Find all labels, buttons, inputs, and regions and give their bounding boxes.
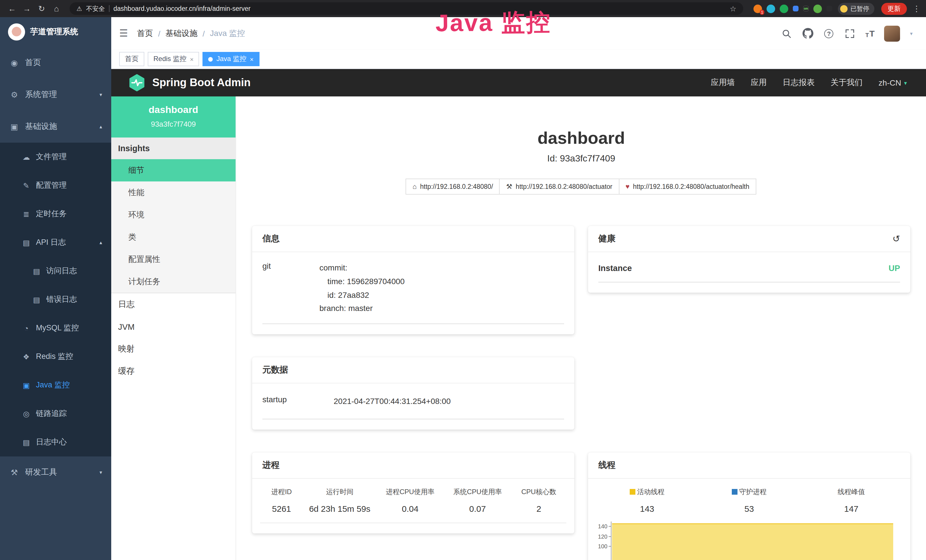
app-logo-header[interactable]: 芋道管理系统	[0, 17, 111, 47]
hamburger-icon[interactable]: ☰	[119, 27, 128, 39]
url-text[interactable]: dashboard.yudao.iocoder.cn/infra/admin-s…	[113, 5, 726, 12]
sidebar-item-api-logs[interactable]: ▤ API 日志 ▴	[0, 228, 111, 257]
history-icon[interactable]: ↺	[892, 233, 900, 244]
instance-header[interactable]: dashboard 93a3fc7f7409	[111, 97, 236, 138]
process-col-value: 0.04	[377, 504, 444, 513]
locale-label: zh-CN	[879, 78, 901, 87]
breadcrumb-home[interactable]: 首页	[137, 28, 153, 38]
browser-update-button[interactable]: 更新	[881, 3, 907, 15]
sidebar-item-label: 配置管理	[36, 180, 67, 191]
extension-icon-leaf[interactable]	[813, 4, 822, 13]
github-icon[interactable]	[802, 28, 813, 39]
instance-app-name: dashboard	[116, 104, 231, 116]
legend-value: 53	[698, 504, 800, 513]
sidebar-item-redis-monitor[interactable]: ❖ Redis 监控	[0, 342, 111, 371]
instance-nav-environment[interactable]: 环境	[111, 204, 236, 226]
sidebar-item-label: Java 监控	[36, 380, 70, 390]
home-icon[interactable]: ⌂	[50, 2, 63, 15]
tab-home[interactable]: 首页	[119, 52, 144, 66]
health-url-link[interactable]: ♥ http://192.168.0.2:48080/actuator/heal…	[619, 179, 756, 195]
chevron-up-icon: ▴	[100, 240, 102, 245]
info-git-row: git commit: time: 1596289704000 id: 27aa…	[262, 252, 564, 324]
metadata-value: 2021-04-27T00:44:31.254+08:00	[334, 395, 564, 409]
instance-nav-mappings[interactable]: 映射	[111, 338, 236, 360]
help-icon[interactable]: ?	[823, 28, 834, 39]
close-icon[interactable]: ×	[250, 56, 254, 62]
sba-nav-journal[interactable]: 日志报表	[783, 77, 815, 88]
y-tick-label: 120	[598, 533, 607, 539]
instance-nav-scheduled-tasks[interactable]: 计划任务	[111, 271, 236, 293]
active-dot	[209, 57, 213, 61]
extension-icon-puzzle[interactable]	[826, 6, 832, 11]
sba-locale-select[interactable]: zh-CN ▾	[879, 78, 907, 87]
sidebar-item-java-monitor[interactable]: ▣ Java 监控	[0, 371, 111, 400]
sba-nav-applications[interactable]: 应用	[751, 77, 767, 88]
browser-menu-icon[interactable]: ⋮	[912, 4, 921, 13]
tab-redis-monitor[interactable]: Redis 监控 ×	[148, 52, 199, 66]
card-title: 线程	[588, 453, 910, 479]
sidebar-item-link-tracing[interactable]: ◎ 链路追踪	[0, 400, 111, 428]
profile-paused-badge[interactable]: 已暂停	[838, 3, 875, 15]
sidebar-item-log-center[interactable]: ▤ 日志中心	[0, 428, 111, 456]
git-commit-line: commit:	[319, 261, 564, 275]
font-size-icon[interactable]: TT	[865, 29, 875, 38]
fullscreen-icon[interactable]	[844, 28, 856, 39]
instance-nav-metrics[interactable]: 性能	[111, 182, 236, 204]
extension-icon-blue-grid[interactable]	[793, 6, 799, 11]
process-col-header: 系统CPU使用率	[444, 487, 511, 497]
sba-navbar: Spring Boot Admin 应用墙 应用 日志报表 关于我们 zh-CN…	[111, 69, 926, 97]
caret-down-icon[interactable]: ▾	[910, 30, 912, 36]
sidebar-item-infrastructure[interactable]: ▣ 基础设施 ▴	[0, 111, 111, 143]
extension-icon-drop[interactable]	[767, 4, 775, 13]
sidebar-item-label: API 日志	[36, 238, 66, 248]
legend-label: 活动线程	[637, 487, 664, 497]
health-instance-row[interactable]: Instance UP	[598, 252, 900, 282]
sba-nav-wallboard[interactable]: 应用墙	[711, 77, 735, 88]
threads-legend: 活动线程 143 守护进程 53 线程峰值 147	[596, 479, 902, 516]
breadcrumb-infrastructure[interactable]: 基础设施	[165, 28, 197, 38]
reload-icon[interactable]: ↻	[35, 2, 48, 15]
sba-nav-about[interactable]: 关于我们	[831, 77, 863, 88]
sidebar-item-config-management[interactable]: ✎ 配置管理	[0, 171, 111, 200]
link-url: http://192.168.0.2:48080/actuator/health	[633, 183, 749, 190]
sidebar-item-access-logs[interactable]: ▤ 访问日志	[0, 257, 111, 285]
git-time-line: time: 1596289704000	[319, 275, 564, 289]
instance-detail-content: dashboard Id: 93a3fc7f7409 ⌂ http://192.…	[236, 97, 926, 560]
instance-nav-config-props[interactable]: 配置属性	[111, 248, 236, 271]
link-url: http://192.168.0.2:48080/actuator	[516, 183, 612, 190]
actuator-url-link[interactable]: ⚒ http://192.168.0.2:48080/actuator	[499, 179, 619, 195]
sidebar-item-scheduled-tasks[interactable]: ≣ 定时任务	[0, 200, 111, 228]
bookmark-star-icon[interactable]: ☆	[730, 4, 736, 13]
sidebar-item-file-management[interactable]: ☁ 文件管理	[0, 143, 111, 171]
forward-icon[interactable]: →	[21, 2, 33, 15]
extension-icon-green-circle[interactable]	[780, 4, 788, 13]
service-url-link[interactable]: ⌂ http://192.168.0.2:48080/	[406, 179, 500, 195]
sba-brand-title[interactable]: Spring Boot Admin	[152, 76, 251, 89]
search-icon[interactable]	[781, 28, 792, 39]
instance-nav-jvm[interactable]: JVM	[111, 316, 236, 338]
chevron-down-icon: ▾	[904, 80, 907, 86]
instance-nav-caches[interactable]: 缓存	[111, 360, 236, 382]
extension-icon-orange[interactable]: 1	[754, 4, 762, 13]
extension-icon-vpn[interactable]: on	[803, 6, 809, 11]
sidebar-item-system-management[interactable]: ⚙ 系统管理 ▾	[0, 79, 111, 111]
tab-java-monitor[interactable]: Java 监控 ×	[203, 52, 259, 66]
sidebar-item-mysql-monitor[interactable]: ◔ MySQL 监控	[0, 314, 111, 342]
close-icon[interactable]: ×	[190, 56, 194, 62]
tab-label: Java 监控	[216, 54, 247, 64]
sidebar-item-dev-tools[interactable]: ⚒ 研发工具 ▾	[0, 456, 111, 488]
list-icon: ≣	[22, 210, 31, 218]
gauge-icon: ◔	[22, 324, 31, 332]
back-icon[interactable]: ←	[6, 2, 18, 15]
user-avatar[interactable]	[884, 26, 900, 41]
legend-swatch-active	[630, 489, 635, 495]
instance-nav-logs[interactable]: 日志	[111, 293, 236, 316]
metadata-startup-row: startup 2021-04-27T00:44:31.254+08:00	[262, 383, 564, 419]
sidebar-item-home[interactable]: ◉ 首页	[0, 47, 111, 79]
sidebar-item-error-logs[interactable]: ▤ 错误日志	[0, 285, 111, 314]
address-bar[interactable]: ⚠ 不安全 dashboard.yudao.iocoder.cn/infra/a…	[70, 2, 743, 15]
sidebar-item-label: 链路追踪	[36, 409, 67, 419]
instance-nav-details[interactable]: 细节	[111, 159, 236, 182]
gear-icon: ⚙	[9, 90, 20, 99]
instance-nav-classes[interactable]: 类	[111, 226, 236, 248]
